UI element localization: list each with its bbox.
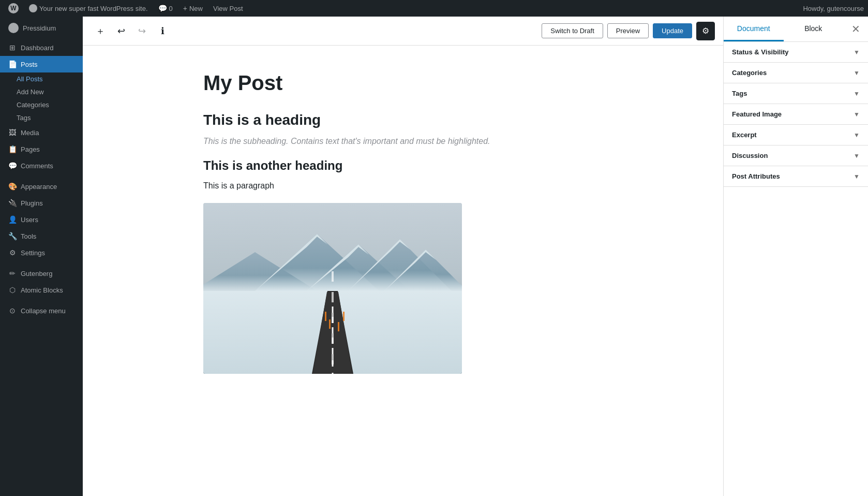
subheading-block[interactable]: This is the subheading. Contains text th… [203, 137, 603, 146]
close-icon: ✕ [851, 23, 860, 35]
sidebar-item-tools-label: Tools [21, 232, 36, 240]
section-categories-header[interactable]: Categories ▼ [724, 63, 868, 83]
add-block-icon: ＋ [96, 25, 105, 37]
tab-block[interactable]: Block [784, 17, 844, 41]
site-name-label: Your new super fast WordPress site. [39, 5, 148, 12]
admin-bar-left: W Your new super fast WordPress site. 💬 … [4, 0, 803, 17]
sidebar-item-appearance-label: Appearance [21, 183, 57, 191]
all-posts-label: All Posts [17, 75, 43, 83]
heading-block-1[interactable]: This is a heading [203, 112, 603, 128]
tools-icon: 🔧 [8, 232, 17, 240]
paragraph-block[interactable]: This is a paragraph [203, 181, 603, 191]
section-categories: Categories ▼ [724, 63, 868, 83]
dashboard-icon: ⊞ [8, 43, 17, 52]
undo-button[interactable]: ↩ [112, 22, 130, 40]
sidebar-sub-tags[interactable]: Tags [0, 111, 83, 124]
sidebar-item-settings[interactable]: ⚙ Settings [0, 244, 83, 261]
document-tab-label: Document [737, 24, 770, 33]
redo-button[interactable]: ↪ [132, 22, 151, 40]
posts-icon: 📄 [8, 60, 17, 68]
section-post-attributes-header[interactable]: Post Attributes ▼ [724, 166, 868, 186]
image-block[interactable] [203, 203, 462, 374]
wp-logo-item[interactable]: W [4, 0, 23, 17]
chevron-down-icon-status: ▼ [854, 49, 860, 56]
section-excerpt-header[interactable]: Excerpt ▼ [724, 125, 868, 145]
switch-draft-button[interactable]: Switch to Draft [542, 23, 603, 38]
sidebar-item-plugins[interactable]: 🔌 Plugins [0, 195, 83, 211]
chevron-down-icon-featured-image: ▼ [854, 111, 860, 118]
panel-close-button[interactable]: ✕ [843, 17, 868, 41]
sidebar-brand[interactable]: Pressidium [0, 17, 83, 39]
featured-image-label: Featured Image [732, 110, 782, 118]
sidebar-item-dashboard-label: Dashboard [21, 44, 54, 52]
howdy-label: Howdy, gutencourse [803, 5, 864, 12]
section-status-visibility-header[interactable]: Status & Visibility ▼ [724, 42, 868, 62]
comments-item[interactable]: 💬 0 [154, 0, 177, 17]
sidebar-item-gutenberg[interactable]: ✏ Gutenberg [0, 265, 83, 282]
sidebar-brand-label: Pressidium [23, 24, 56, 32]
view-post-item[interactable]: View Post [209, 0, 247, 17]
collapse-menu-item[interactable]: ⊙ Collapse menu [0, 302, 83, 319]
sidebar-item-appearance[interactable]: 🎨 Appearance [0, 178, 83, 195]
admin-bar-right: Howdy, gutencourse [803, 5, 864, 12]
discussion-label: Discussion [732, 152, 768, 159]
svg-rect-21 [338, 322, 339, 331]
update-button[interactable]: Update [653, 23, 692, 38]
new-label: New [189, 5, 203, 12]
toolbar-right: Switch to Draft Preview Update ⚙ [542, 22, 715, 40]
sidebar-sub-all-posts[interactable]: All Posts [0, 72, 83, 85]
sidebar-item-atomic-blocks-label: Atomic Blocks [21, 286, 63, 294]
tab-document[interactable]: Document [724, 17, 784, 41]
post-title[interactable]: My Post [203, 70, 603, 95]
preview-label: Preview [616, 27, 640, 35]
chevron-down-icon-tags: ▼ [854, 90, 860, 97]
sidebar-item-pages[interactable]: 📋 Pages [0, 141, 83, 157]
sidebar-item-users[interactable]: 👤 Users [0, 211, 83, 228]
users-icon: 👤 [8, 215, 17, 224]
info-icon: ℹ [161, 25, 164, 37]
pages-icon: 📋 [8, 145, 17, 153]
wp-logo-icon: W [8, 3, 19, 13]
section-discussion-header[interactable]: Discussion ▼ [724, 145, 868, 166]
section-tags-header[interactable]: Tags ▼ [724, 83, 868, 104]
chevron-down-icon-discussion: ▼ [854, 152, 860, 159]
section-excerpt: Excerpt ▼ [724, 125, 868, 145]
comments-bubble-icon: 💬 [158, 4, 167, 12]
new-item[interactable]: + New [179, 0, 207, 17]
sidebar-item-settings-label: Settings [21, 249, 45, 257]
sidebar-sub-add-new[interactable]: Add New [0, 85, 83, 98]
sidebar-item-gutenberg-label: Gutenberg [21, 270, 52, 278]
section-discussion: Discussion ▼ [724, 145, 868, 166]
site-name-item[interactable]: Your new super fast WordPress site. [25, 0, 152, 17]
block-tab-label: Block [804, 24, 822, 33]
settings-button[interactable]: ⚙ [696, 22, 715, 40]
excerpt-label: Excerpt [732, 131, 757, 139]
atomic-blocks-icon: ⬡ [8, 286, 17, 294]
info-button[interactable]: ℹ [153, 22, 172, 40]
sidebar-item-pages-label: Pages [21, 145, 40, 153]
preview-button[interactable]: Preview [607, 23, 649, 38]
sidebar-item-posts[interactable]: 📄 Posts [0, 56, 83, 72]
switch-draft-label: Switch to Draft [550, 27, 594, 35]
svg-rect-18 [325, 312, 326, 321]
editor-canvas: My Post This is a heading This is the su… [170, 46, 636, 496]
heading-block-2[interactable]: This is another heading [203, 158, 603, 173]
chevron-down-icon-categories: ▼ [854, 69, 860, 77]
road-svg [203, 203, 462, 374]
collapse-menu-label: Collapse menu [21, 307, 66, 315]
appearance-icon: 🎨 [8, 182, 17, 191]
posts-submenu: All Posts Add New Categories Tags [0, 72, 83, 124]
section-featured-image-header[interactable]: Featured Image ▼ [724, 104, 868, 124]
sidebar-divider-2 [0, 261, 83, 265]
sidebar-item-atomic-blocks[interactable]: ⬡ Atomic Blocks [0, 282, 83, 298]
editor-content[interactable]: My Post This is a heading This is the su… [83, 46, 723, 496]
editor-toolbar: ＋ ↩ ↪ ℹ Switch to Draft Preview [83, 17, 723, 46]
sidebar-item-dashboard[interactable]: ⊞ Dashboard [0, 39, 83, 56]
sidebar-item-tools[interactable]: 🔧 Tools [0, 228, 83, 244]
sidebar-item-media[interactable]: 🖼 Media [0, 124, 83, 141]
section-status-visibility: Status & Visibility ▼ [724, 42, 868, 63]
sidebar-item-comments[interactable]: 💬 Comments [0, 157, 83, 174]
sidebar-sub-categories[interactable]: Categories [0, 98, 83, 111]
add-block-button[interactable]: ＋ [91, 22, 110, 40]
view-post-label: View Post [213, 5, 243, 12]
